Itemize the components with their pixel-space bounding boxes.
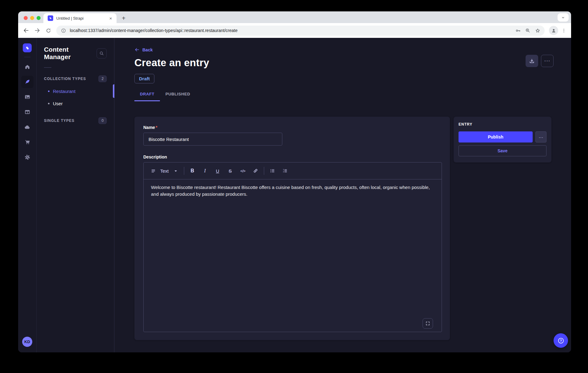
nav-media-library-icon[interactable]: [21, 91, 34, 103]
main-nav: KD: [18, 38, 37, 352]
address-bar[interactable]: localhost:1337/admin/content-manager/col…: [56, 26, 545, 36]
entry-form-card: Name* Description Text: [134, 117, 450, 340]
strapi-favicon: [48, 15, 53, 21]
forward-icon[interactable]: [32, 26, 42, 35]
tab-draft[interactable]: DRAFT: [134, 92, 160, 101]
new-tab-button[interactable]: +: [120, 14, 128, 22]
entry-more-button[interactable]: ···: [535, 131, 546, 142]
export-download-button[interactable]: [526, 55, 538, 67]
numbered-list-button[interactable]: 12: [280, 166, 290, 176]
browser-toolbar: localhost:1337/admin/content-manager/col…: [18, 23, 571, 38]
window-minimize-button[interactable]: [30, 16, 34, 20]
back-icon[interactable]: [21, 26, 31, 35]
align-left-icon[interactable]: [149, 166, 158, 176]
window-close-button[interactable]: [24, 16, 28, 20]
user-avatar[interactable]: KD: [22, 337, 32, 347]
name-input[interactable]: [143, 133, 282, 146]
name-field-label: Name*: [143, 125, 442, 130]
name-label-text: Name: [143, 125, 155, 130]
nav-content-type-builder-icon[interactable]: [21, 106, 34, 118]
collection-count-badge: 2: [98, 75, 107, 82]
version-tabs: DRAFT PUBLISHED: [134, 92, 571, 101]
sidebar-item-label: Restaurant: [53, 89, 75, 94]
section-label: COLLECTION TYPES: [44, 77, 86, 81]
browser-profile-icon[interactable]: [549, 26, 558, 35]
nav-home-icon[interactable]: [21, 61, 34, 73]
tab-title: Untitled | Strapi: [56, 16, 108, 21]
svg-text:1: 1: [283, 169, 284, 170]
editor-content[interactable]: Welcome to Biscotte restaurant! Restaura…: [144, 179, 442, 202]
reload-icon[interactable]: [43, 26, 53, 35]
code-button[interactable]: </>: [238, 166, 248, 176]
page-title: Create an entry: [134, 57, 571, 69]
password-key-icon[interactable]: [514, 27, 521, 34]
bullet-icon: [48, 103, 50, 104]
sidebar-item-user[interactable]: User: [44, 97, 107, 110]
nav-divider: [24, 57, 30, 57]
entry-panel-title: ENTRY: [459, 122, 546, 126]
editor-toolbar: Text B I U S </>: [144, 162, 442, 179]
status-badge: Draft: [134, 74, 154, 83]
bookmark-star-icon[interactable]: [534, 27, 541, 34]
nav-content-manager-icon[interactable]: [21, 76, 34, 88]
expand-editor-button[interactable]: [423, 318, 433, 329]
chevron-down-icon: [174, 169, 178, 173]
sidebar-divider: [44, 67, 51, 68]
toolbar-separator: [264, 167, 264, 175]
content-manager-sidebar: Content Manager COLLECTION TYPES 2 Resta…: [37, 38, 114, 352]
save-button[interactable]: Save: [459, 145, 546, 156]
bold-button[interactable]: B: [188, 166, 197, 176]
help-button[interactable]: ?: [554, 333, 568, 348]
strapi-app: KD Content Manager COLLECTION TYPES 2 Re…: [18, 38, 571, 352]
zoom-icon[interactable]: [524, 27, 531, 34]
italic-button[interactable]: I: [201, 166, 210, 176]
entry-panel: ENTRY Publish ··· Save: [454, 117, 551, 162]
svg-text:2: 2: [283, 171, 284, 173]
browser-tab-strip: Untitled | Strapi × +: [18, 11, 571, 23]
browser-tab[interactable]: Untitled | Strapi ×: [43, 13, 117, 23]
section-label: SINGLE TYPES: [44, 118, 74, 123]
back-link[interactable]: Back: [134, 47, 153, 52]
nav-cloud-icon[interactable]: [21, 121, 34, 133]
collection-type-list: Restaurant User: [44, 85, 107, 110]
strapi-logo[interactable]: [23, 43, 32, 52]
browser-window: Untitled | Strapi × + localhost:1337/adm…: [18, 11, 571, 352]
underline-button[interactable]: U: [213, 166, 222, 176]
description-field-label: Description: [143, 154, 442, 159]
nav-marketplace-icon[interactable]: [21, 136, 34, 148]
link-button[interactable]: [251, 166, 260, 176]
tab-search-chevron-icon[interactable]: [558, 13, 569, 22]
main-content: Back ··· Create an entry Draft DRAFT PUB…: [114, 38, 571, 352]
sidebar-item-restaurant[interactable]: Restaurant: [44, 85, 107, 97]
tab-published[interactable]: PUBLISHED: [160, 92, 196, 101]
publish-button[interactable]: Publish: [459, 131, 533, 142]
browser-menu-icon[interactable]: [559, 26, 568, 35]
nav-settings-icon[interactable]: [21, 151, 34, 163]
tab-close-icon[interactable]: ×: [108, 15, 113, 21]
toolbar-separator: [184, 167, 184, 175]
sidebar-item-label: User: [53, 101, 63, 106]
block-type-dropdown[interactable]: Text: [158, 166, 180, 176]
single-types-section: SINGLE TYPES 0: [44, 116, 107, 126]
search-button[interactable]: [97, 48, 107, 58]
bulleted-list-button[interactable]: [268, 166, 277, 176]
collection-types-section: COLLECTION TYPES 2: [44, 74, 107, 84]
strikethrough-button[interactable]: S: [226, 166, 235, 176]
single-count-badge: 0: [98, 117, 107, 124]
rich-text-editor: Text B I U S </>: [143, 162, 442, 332]
sidebar-title: Content Manager: [44, 46, 97, 61]
more-actions-button[interactable]: ···: [541, 55, 554, 67]
bullet-icon: [48, 90, 50, 92]
header-actions: ···: [526, 55, 554, 67]
svg-text:?: ?: [560, 339, 562, 342]
block-type-value: Text: [160, 168, 169, 174]
url-text[interactable]: localhost:1337/admin/content-manager/col…: [70, 28, 511, 33]
back-label: Back: [142, 47, 153, 52]
site-info-icon[interactable]: [60, 27, 67, 34]
required-marker: *: [156, 125, 157, 130]
window-zoom-button[interactable]: [37, 16, 41, 20]
